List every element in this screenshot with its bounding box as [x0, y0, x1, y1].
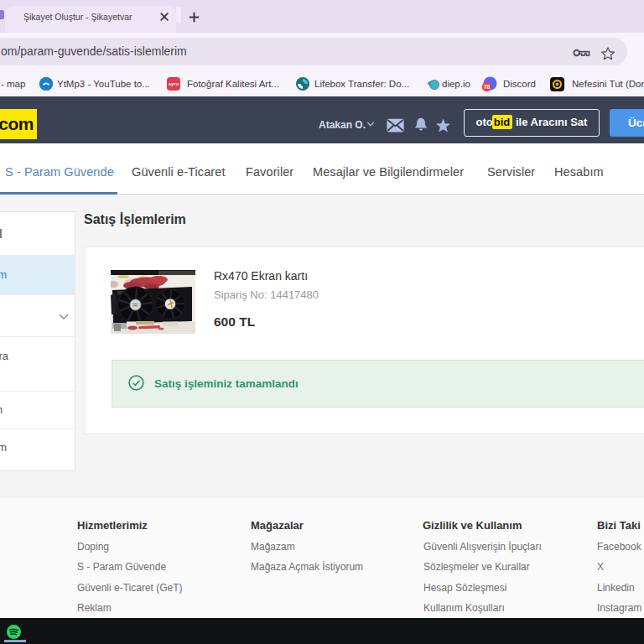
svg-text:78: 78 — [484, 84, 491, 90]
